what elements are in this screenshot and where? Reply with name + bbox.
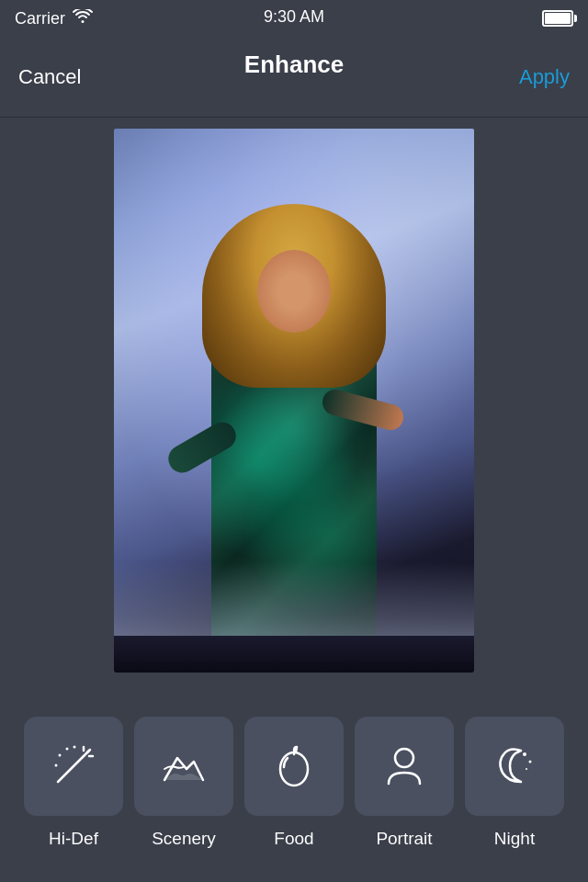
food-label: Food [274, 829, 313, 849]
photo-preview [114, 129, 474, 673]
svg-point-7 [55, 764, 58, 767]
battery-icon [542, 10, 573, 27]
food-icon [269, 741, 319, 791]
stage-floor [114, 636, 474, 673]
night-icon-box [465, 717, 564, 816]
portrait-label: Portrait [376, 829, 432, 849]
svg-point-6 [66, 748, 69, 751]
carrier-info: Carrier [15, 9, 93, 28]
head [257, 250, 331, 333]
filter-food[interactable]: Food [244, 717, 344, 849]
portrait-icon-box [355, 717, 454, 816]
scenery-label: Scenery [152, 829, 216, 849]
image-container [0, 118, 588, 684]
apply-button[interactable]: Apply [519, 56, 570, 98]
battery-fill [545, 13, 571, 24]
status-time: 9:30 AM [264, 7, 324, 27]
hidef-label: Hi-Def [49, 829, 98, 849]
wifi-icon [73, 9, 93, 28]
mountain-icon [159, 741, 209, 791]
filter-night[interactable]: Night [465, 717, 564, 849]
svg-point-14 [526, 768, 527, 770]
status-bar: Carrier 9:30 AM [0, 0, 588, 37]
filter-hidef[interactable]: Hi-Def [24, 717, 123, 849]
svg-point-5 [59, 754, 62, 757]
svg-point-8 [74, 746, 76, 749]
arm-left [164, 417, 241, 478]
food-icon-box [244, 717, 344, 816]
arm-right [320, 387, 406, 433]
page-title: Enhance [244, 51, 344, 79]
filter-portrait[interactable]: Portrait [355, 717, 454, 849]
svg-point-13 [529, 761, 532, 763]
svg-point-11 [395, 749, 413, 767]
hidef-icon-box [24, 717, 123, 816]
svg-line-4 [87, 750, 90, 752]
night-label: Night [494, 829, 535, 849]
svg-point-12 [523, 752, 526, 756]
filter-toolbar: Hi-Def Scenery [0, 684, 588, 882]
carrier-label: Carrier [15, 9, 65, 28]
nav-bar: Cancel Enhance Apply [0, 37, 588, 118]
portrait-icon [379, 741, 429, 791]
scenery-icon-box [134, 717, 233, 816]
svg-line-0 [58, 756, 84, 782]
filter-scenery[interactable]: Scenery [134, 717, 233, 849]
svg-point-9 [280, 752, 308, 786]
night-icon [490, 741, 539, 791]
wand-icon [49, 741, 98, 791]
cancel-button[interactable]: Cancel [18, 56, 81, 98]
filter-options: Hi-Def Scenery [24, 717, 564, 849]
battery-area [542, 10, 573, 27]
